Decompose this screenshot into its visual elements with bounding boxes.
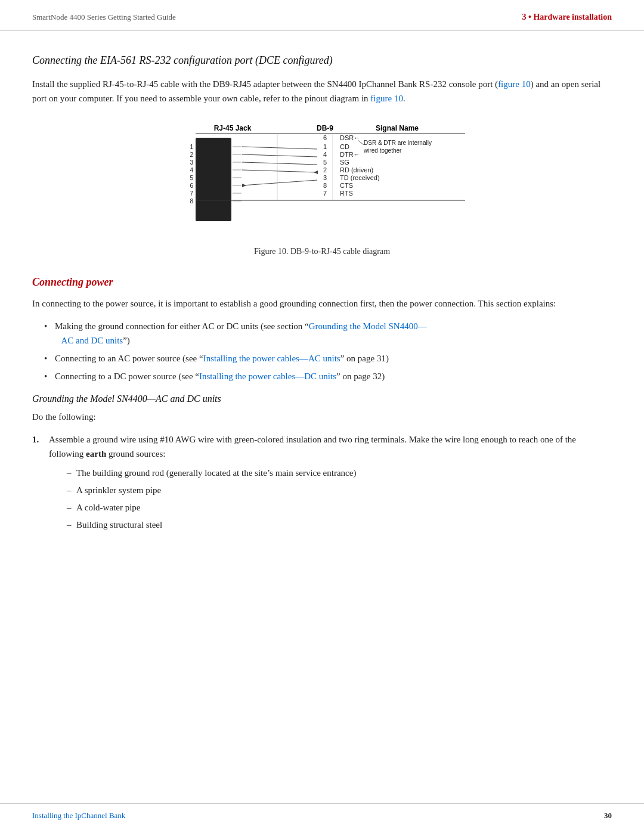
diagram-caption: Figure 10. DB-9-to-RJ-45 cable diagram: [32, 245, 612, 258]
footer-right-text: 30: [604, 810, 612, 822]
svg-text:7: 7: [323, 190, 327, 197]
step1-text-after: ground sources:: [106, 449, 165, 459]
dash-item-1: The building ground rod (generally locat…: [67, 466, 612, 480]
bullet1-text-before: Making the ground connection for either …: [55, 321, 309, 331]
svg-text:wired together: wired together: [363, 147, 402, 154]
step-number-1: 1.: [32, 432, 44, 535]
svg-text:RJ-45 Jack: RJ-45 Jack: [214, 124, 252, 132]
svg-text:6: 6: [323, 134, 327, 141]
svg-line-40: [242, 170, 317, 172]
svg-text:5: 5: [323, 159, 327, 166]
cable-diagram-svg: RJ-45 Jack DB-9 Signal Name 1 2: [173, 120, 471, 239]
ac-units-link[interactable]: Installing the power cables—AC units: [203, 354, 340, 363]
dash-list: The building ground rod (generally locat…: [67, 466, 612, 532]
svg-rect-4: [196, 138, 231, 221]
numbered-item-1: 1. Assemble a ground wire using #10 AWG …: [32, 432, 612, 535]
svg-marker-41: [314, 171, 318, 174]
numbered-list: 1. Assemble a ground wire using #10 AWG …: [32, 432, 612, 535]
svg-marker-43: [242, 184, 246, 187]
page-header: SmartNode 4400 Series Getting Started Gu…: [0, 0, 644, 31]
svg-text:3: 3: [323, 174, 327, 181]
header-left-text: SmartNode 4400 Series Getting Started Gu…: [32, 11, 176, 23]
bullet3-text-before: Connecting to a DC power source (see “: [55, 371, 199, 381]
bullet2-text-after: ” on page 31): [340, 354, 389, 363]
header-right-text: 3 • Hardware installation: [522, 11, 612, 23]
dash-item-4: Building structural steel: [67, 518, 612, 532]
svg-text:7: 7: [190, 190, 193, 197]
svg-text:4: 4: [323, 151, 327, 158]
svg-text:1: 1: [323, 143, 327, 150]
svg-text:DSR←: DSR←: [340, 134, 360, 141]
svg-text:4: 4: [190, 167, 193, 174]
svg-text:2: 2: [190, 151, 193, 158]
svg-line-42: [242, 180, 317, 185]
svg-text:8: 8: [323, 182, 327, 189]
figure10-link1b[interactable]: figure 10: [370, 94, 403, 103]
svg-text:6: 6: [190, 182, 193, 189]
svg-text:2: 2: [323, 166, 327, 174]
svg-line-39: [242, 162, 317, 165]
svg-text:DSR & DTR are internally: DSR & DTR are internally: [364, 140, 432, 146]
svg-text:SG: SG: [340, 159, 349, 166]
bullet-item-1: Making the ground connection for either …: [44, 319, 612, 348]
figure10-link1[interactable]: figure 10: [498, 79, 531, 89]
footer-left-text: Installing the IpChannel Bank: [32, 810, 125, 822]
svg-line-46: [358, 140, 364, 145]
svg-text:3: 3: [190, 159, 193, 166]
section2-bullet-list: Making the ground connection for either …: [44, 319, 612, 383]
page-footer: Installing the IpChannel Bank 30: [0, 803, 644, 822]
dash-item-3: A cold-water pipe: [67, 500, 612, 515]
svg-text:RD (driven): RD (driven): [340, 166, 373, 174]
cable-diagram-container: RJ-45 Jack DB-9 Signal Name 1 2: [32, 120, 612, 239]
bullet2-text-before: Connecting to an AC power source (see “: [55, 354, 203, 363]
section2-body1: In connecting to the power source, it is…: [32, 296, 612, 311]
svg-text:1: 1: [190, 144, 193, 150]
section3-title: Grounding the Model SN4400—AC and DC uni…: [32, 392, 612, 406]
step1-bold-word: earth: [86, 449, 106, 459]
bullet-item-2: Connecting to an AC power source (see “I…: [44, 351, 612, 366]
svg-text:RTS: RTS: [340, 190, 353, 197]
bullet1-text-after: ”): [123, 336, 130, 345]
svg-line-37: [242, 147, 317, 149]
svg-text:CTS: CTS: [340, 182, 353, 189]
section1-body-text1: Install the supplied RJ-45-to-RJ-45 cabl…: [32, 79, 498, 89]
svg-text:TD (received): TD (received): [340, 174, 380, 181]
svg-text:5: 5: [190, 175, 193, 181]
bullet-item-3: Connecting to a DC power source (see “In…: [44, 369, 612, 383]
svg-text:Signal Name: Signal Name: [376, 124, 419, 132]
page: SmartNode 4400 Series Getting Started Gu…: [0, 0, 644, 833]
dc-units-link[interactable]: Installing the power cables—DC units: [199, 371, 336, 381]
svg-text:CD: CD: [340, 143, 349, 150]
dash-item-2: A sprinkler system pipe: [67, 483, 612, 497]
section1-body-text1c: .: [403, 94, 405, 103]
svg-text:DTR←: DTR←: [340, 151, 360, 158]
step1-content: Assemble a ground wire using #10 AWG wir…: [49, 432, 612, 535]
section1-body: Install the supplied RJ-45-to-RJ-45 cabl…: [32, 77, 612, 106]
svg-text:8: 8: [190, 198, 193, 205]
section3-intro: Do the following:: [32, 410, 612, 424]
section2-title: Connecting power: [32, 274, 612, 290]
section1-title: Connecting the EIA-561 RS-232 configurat…: [32, 52, 612, 69]
main-content: Connecting the EIA-561 RS-232 configurat…: [0, 31, 644, 567]
svg-line-38: [242, 154, 317, 157]
bullet3-text-after: ” on page 32): [336, 371, 385, 381]
svg-text:DB-9: DB-9: [317, 124, 333, 132]
